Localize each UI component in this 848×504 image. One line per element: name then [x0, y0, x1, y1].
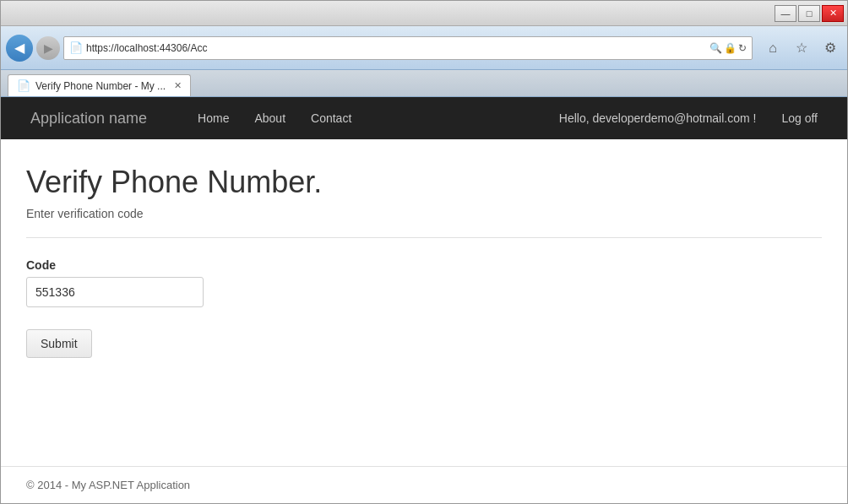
browser-nav-bar: ◀ ▶ 📄 https://localhost:44306/Acc 🔍 🔒 ↻ … [1, 26, 847, 70]
forward-button[interactable]: ▶ [36, 36, 60, 60]
tab-close-button[interactable]: ✕ [174, 80, 182, 91]
tab-icon: 📄 [17, 79, 30, 92]
code-form-group: Code [26, 258, 822, 307]
refresh-icon[interactable]: ↻ [738, 42, 747, 54]
footer-text: © 2014 - My ASP.NET Application [26, 479, 190, 491]
lock-icon: 🔒 [724, 42, 737, 54]
home-button[interactable]: ⌂ [761, 36, 785, 60]
title-bar: — □ ✕ [1, 1, 847, 26]
favorites-button[interactable]: ☆ [790, 36, 813, 60]
app-navbar: Application name Home About Contact Hell… [1, 97, 847, 139]
browser-window: — □ ✕ ◀ ▶ 📄 https://localhost:44306/Acc … [0, 0, 848, 504]
address-actions: 🔍 🔒 ↻ [709, 42, 747, 54]
logoff-link[interactable]: Log off [769, 99, 830, 138]
tab-bar: 📄 Verify Phone Number - My ... ✕ [1, 70, 847, 97]
back-icon: ◀ [14, 40, 24, 56]
back-button[interactable]: ◀ [6, 35, 33, 62]
search-icon[interactable]: 🔍 [709, 42, 722, 54]
page-footer: © 2014 - My ASP.NET Application [1, 466, 847, 503]
settings-button[interactable]: ⚙ [818, 36, 842, 60]
minimize-button[interactable]: — [775, 5, 796, 22]
active-tab[interactable]: 📄 Verify Phone Number - My ... ✕ [8, 74, 191, 96]
forward-icon: ▶ [44, 41, 53, 55]
nav-right: Hello, developerdemo@hotmail.com ! Log o… [546, 99, 830, 138]
nav-link-about[interactable]: About [242, 99, 298, 138]
nav-link-contact[interactable]: Contact [298, 99, 364, 138]
nav-link-home[interactable]: Home [185, 99, 242, 138]
page-content: Verify Phone Number. Enter verification … [1, 139, 847, 466]
page-icon: 📄 [69, 41, 83, 54]
app-brand: Application name [18, 97, 160, 140]
tab-label: Verify Phone Number - My ... [35, 80, 166, 92]
window-controls: — □ ✕ [775, 5, 844, 22]
divider [26, 237, 822, 238]
code-input[interactable] [26, 277, 204, 307]
browser-toolbar: ⌂ ☆ ⚙ [761, 36, 842, 60]
submit-button[interactable]: Submit [26, 329, 92, 358]
page-subtitle: Enter verification code [26, 207, 822, 220]
code-label: Code [26, 258, 822, 272]
address-bar[interactable]: 📄 https://localhost:44306/Acc 🔍 🔒 ↻ [63, 36, 753, 60]
page-title: Verify Phone Number. [26, 165, 822, 200]
close-button[interactable]: ✕ [822, 5, 844, 22]
user-greeting: Hello, developerdemo@hotmail.com ! [546, 99, 769, 138]
address-text: https://localhost:44306/Acc [86, 42, 706, 54]
maximize-button[interactable]: □ [798, 5, 820, 22]
